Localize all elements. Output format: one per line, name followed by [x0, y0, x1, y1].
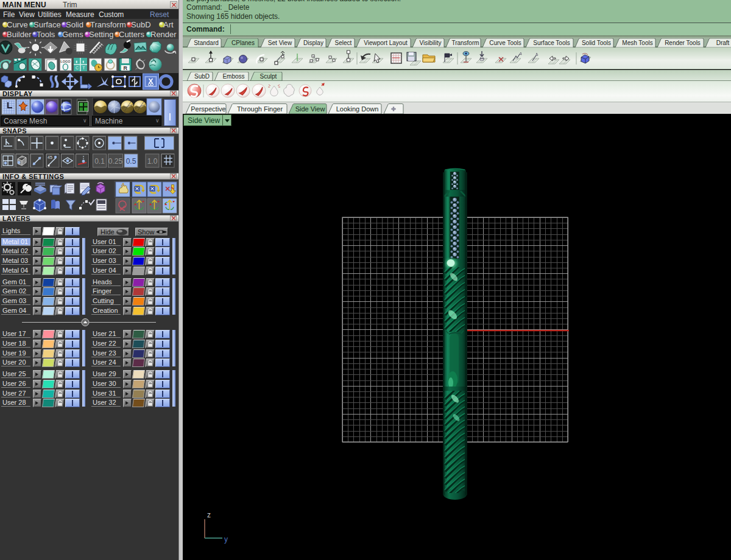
svg-text:Draft: Draft — [716, 40, 730, 46]
svg-text:LOGO: LOGO — [60, 60, 71, 63]
svg-text:0.1: 0.1 — [94, 157, 105, 166]
svg-text:Solid Tools: Solid Tools — [582, 40, 611, 46]
svg-text:Mesh Tools: Mesh Tools — [622, 40, 652, 46]
svg-text:Surface Tools: Surface Tools — [533, 40, 570, 46]
svg-text:R: R — [124, 65, 128, 71]
svg-text:Perspective: Perspective — [191, 105, 225, 113]
svg-text:T: T — [82, 66, 85, 70]
svg-text:z: z — [207, 511, 211, 519]
svg-text:Visibility: Visibility — [420, 40, 442, 46]
svg-text:Sculpt: Sculpt — [260, 73, 277, 80]
svg-text:Viewport Layout: Viewport Layout — [364, 40, 408, 46]
svg-text:SubD: SubD — [194, 73, 210, 80]
svg-text:Render Tools: Render Tools — [665, 40, 701, 46]
svg-text:1.0: 1.0 — [147, 157, 158, 166]
svg-text:Curve Tools: Curve Tools — [489, 40, 521, 46]
svg-text:Display: Display — [303, 40, 323, 46]
svg-text:Looking Down: Looking Down — [336, 105, 379, 113]
svg-text:Standard: Standard — [194, 40, 219, 46]
svg-text:Through Finger: Through Finger — [237, 105, 283, 113]
svg-text:C: C — [76, 66, 79, 70]
svg-text:Emboss: Emboss — [222, 73, 244, 80]
svg-text:Select: Select — [335, 40, 352, 46]
svg-text:Transform: Transform — [451, 40, 479, 46]
svg-text:Side View: Side View — [295, 105, 325, 113]
svg-text:y: y — [224, 535, 228, 544]
svg-text:CPlanes: CPlanes — [231, 40, 255, 46]
svg-text:0.25: 0.25 — [108, 157, 123, 166]
svg-text:0.5: 0.5 — [126, 157, 136, 166]
svg-text:Set View: Set View — [268, 40, 292, 46]
svg-text:45: 45 — [48, 155, 52, 159]
